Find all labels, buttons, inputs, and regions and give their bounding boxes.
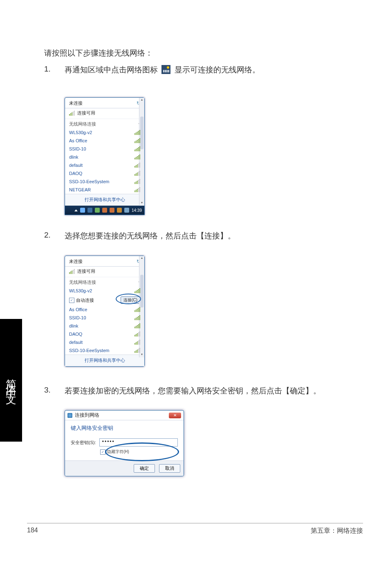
- intro-text: 请按照以下步骤连接无线网络：: [44, 47, 153, 59]
- hide-chars-label: 隐藏字符(H): [107, 449, 129, 455]
- network-tray-icon: [161, 65, 170, 74]
- signal-icon: [69, 269, 75, 274]
- security-key-label: 安全密钥(S):: [71, 440, 96, 446]
- network-item-selected[interactable]: WL530g-v2: [65, 287, 144, 295]
- ssid-label: WL530g-v2: [69, 288, 92, 293]
- step-3-number: 3.: [44, 386, 51, 395]
- network-item[interactable]: WL530g-v2: [65, 128, 144, 137]
- footer-rule: [27, 523, 363, 523]
- signal-icon: [134, 348, 140, 353]
- step-1-post: 显示可连接的无线网络。: [175, 65, 260, 74]
- tray-overflow-icon[interactable]: [74, 209, 78, 211]
- network-item[interactable]: DAOQ: [65, 169, 144, 177]
- network-item[interactable]: default: [65, 338, 144, 346]
- network-item[interactable]: DAOQ: [65, 330, 144, 338]
- network-item[interactable]: dlink: [65, 322, 144, 330]
- network-item[interactable]: As Office: [65, 305, 144, 314]
- ssid-label: WL530g-v2: [69, 130, 92, 135]
- ssid-label: As Office: [69, 138, 87, 143]
- connect-button[interactable]: 连接(C): [121, 296, 140, 304]
- signal-icon: [134, 155, 140, 159]
- ssid-label: SSID-10: [69, 315, 86, 320]
- step-1-text: 再通知区域中点击网络图标 显示可连接的无线网络。: [65, 65, 260, 75]
- ssid-label: DAOQ: [69, 171, 82, 176]
- step-2-number: 2.: [44, 231, 51, 240]
- network-item[interactable]: SSD-10-EeeSystem: [65, 346, 144, 355]
- signal-icon: [134, 187, 140, 192]
- security-key-dialog: 连接到网络 ✕ 键入网络安全密钥 安全密钥(S): ••••• ✓ 隐藏字符(H…: [65, 410, 184, 476]
- ssid-label: SSID-10: [69, 146, 86, 151]
- network-icon[interactable]: [117, 208, 122, 213]
- network-item[interactable]: SSID-10: [65, 314, 144, 322]
- status-not-connected: 未连接: [69, 258, 83, 265]
- ssid-label: default: [69, 163, 83, 168]
- signal-icon: [134, 332, 140, 337]
- chapter-label: 第五章：网络连接: [311, 527, 363, 535]
- tray-icon[interactable]: [102, 208, 107, 213]
- taskbar: 14:39: [65, 206, 144, 215]
- ssid-label: dlink: [69, 155, 78, 159]
- wifi-list-popup-1: ▴▾ 未连接 ↻ 连接可用 无线网络连接 ▴ WL530g-v2 As Offi…: [65, 97, 145, 215]
- network-item[interactable]: default: [65, 161, 144, 169]
- monitor-icon[interactable]: [87, 208, 92, 213]
- ssid-label: SSD-10-EeeSystem: [69, 348, 109, 353]
- ok-button[interactable]: 确定: [134, 464, 155, 473]
- signal-icon: [134, 323, 140, 328]
- signal-icon: [69, 111, 75, 116]
- network-item[interactable]: SSD-10-EeeSystem: [65, 177, 144, 186]
- status-not-connected: 未连接: [69, 100, 83, 106]
- step-3-text: 若要连接加密的无线网络，您需要输入网络安全密钥，然后点击【确定】。: [65, 386, 321, 396]
- connections-available-label: 连接可用: [77, 110, 95, 116]
- signal-icon: [134, 307, 140, 312]
- signal-icon: [134, 146, 140, 151]
- wireless-section-header: 无线网络连接: [69, 121, 96, 127]
- step-1-pre: 再通知区域中点击网络图标: [65, 65, 158, 74]
- auto-connect-checkbox[interactable]: ✓: [69, 298, 74, 303]
- network-item[interactable]: NETGEAR: [65, 186, 144, 194]
- page-number: 184: [27, 527, 38, 534]
- ssid-label: NETGEAR: [69, 187, 91, 192]
- network-item[interactable]: SSID-10: [65, 145, 144, 153]
- tray-icon[interactable]: [110, 208, 114, 213]
- signal-icon: [134, 163, 140, 168]
- auto-connect-row: ✓ 自动连接 连接(C): [65, 295, 144, 305]
- cancel-button[interactable]: 取消: [159, 464, 180, 473]
- security-key-input[interactable]: •••••: [99, 438, 178, 447]
- signal-icon: [134, 171, 140, 176]
- open-network-center-link[interactable]: 打开网络和共享中心: [65, 194, 144, 206]
- bluetooth-icon[interactable]: [80, 208, 85, 213]
- ssid-label: default: [69, 340, 83, 345]
- signal-icon: [134, 130, 140, 135]
- ssid-label: dlink: [69, 323, 78, 328]
- step-2-text: 选择您想要连接的无线网络，然后点击【连接】。: [65, 231, 235, 241]
- side-language-tab: 简体中文: [0, 319, 22, 442]
- network-item[interactable]: dlink: [65, 153, 144, 161]
- signal-icon: [134, 179, 140, 184]
- ssid-label: DAOQ: [69, 332, 82, 337]
- clock[interactable]: 14:39: [132, 208, 142, 213]
- step-1-number: 1.: [44, 65, 51, 74]
- dialog-title: 连接到网络: [75, 412, 99, 419]
- connections-available-label: 连接可用: [77, 268, 95, 274]
- signal-icon: [134, 340, 140, 345]
- dialog-prompt: 键入网络安全密钥: [71, 424, 178, 432]
- auto-connect-label: 自动连接: [76, 297, 94, 303]
- wifi-list-popup-2: ▴▾ 未连接 ↻ 连接可用 无线网络连接 ▴ WL530g-v2 ✓ 自动连接 …: [65, 256, 145, 367]
- ssid-label: SSD-10-EeeSystem: [69, 179, 109, 184]
- signal-icon: [134, 315, 140, 320]
- wireless-section-header: 无线网络连接: [69, 279, 96, 285]
- network-item[interactable]: As Office: [65, 137, 144, 145]
- side-tab-label: 简体中文: [4, 370, 18, 390]
- close-button[interactable]: ✕: [169, 413, 181, 418]
- open-network-center-link[interactable]: 打开网络和共享中心: [65, 355, 144, 366]
- action-center-icon[interactable]: [95, 208, 100, 213]
- shield-icon: [67, 413, 72, 418]
- hide-chars-checkbox[interactable]: ✓: [100, 449, 105, 455]
- signal-icon: [134, 138, 140, 143]
- signal-icon: [134, 288, 140, 293]
- ssid-label: As Office: [69, 307, 87, 312]
- volume-icon[interactable]: [124, 208, 129, 213]
